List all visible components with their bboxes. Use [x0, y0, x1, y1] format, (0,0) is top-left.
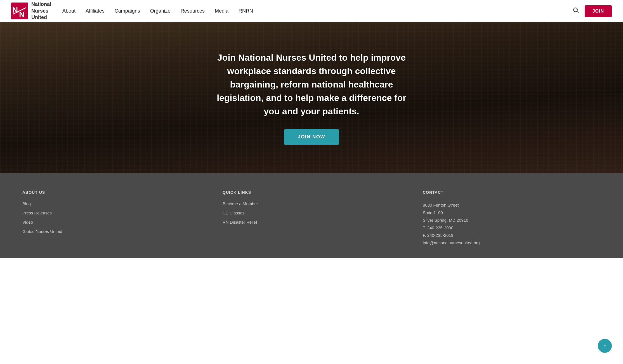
footer-link-blog[interactable]: Blog [22, 201, 200, 206]
nnu-logo-icon: N N [11, 3, 28, 19]
contact-address2: Suite 1100 [423, 210, 443, 215]
nav-affiliates[interactable]: Affiliates [86, 8, 105, 14]
join-now-button[interactable]: JOIN NOW [284, 129, 339, 145]
footer-quicklinks-col: QUICK LINKS Become a Member CE Classes R… [223, 190, 400, 247]
nav-about[interactable]: About [62, 8, 75, 14]
hero-title: Join National Nurses United to help impr… [216, 51, 407, 118]
svg-line-5 [577, 11, 579, 13]
footer-link-press-releases[interactable]: Press Releases [22, 211, 200, 215]
contact-fax: F. 240-235-2019 [423, 233, 453, 238]
nav-resources[interactable]: Resources [181, 8, 205, 14]
site-logo[interactable]: N N National Nurses United [11, 1, 51, 21]
footer-link-ce-classes[interactable]: CE Classes [223, 211, 400, 215]
nav-media[interactable]: Media [215, 8, 228, 14]
contact-email[interactable]: info@nationalnursesunited.org [423, 240, 480, 245]
site-header: N N National Nurses United About Affilia… [0, 0, 623, 22]
svg-text:N: N [19, 10, 25, 19]
contact-phone: T. 240-235-2000 [423, 225, 453, 230]
search-icon [573, 7, 579, 13]
site-footer: ABOUT US Blog Press Releases Video Globa… [0, 173, 623, 258]
nav-organize[interactable]: Organize [150, 8, 171, 14]
nav-campaigns[interactable]: Campaigns [115, 8, 140, 14]
footer-contact-heading: CONTACT [423, 190, 601, 195]
contact-address3: Silver Spring, MD 20910 [423, 218, 468, 223]
footer-about-col: ABOUT US Blog Press Releases Video Globa… [22, 190, 200, 247]
footer-link-video[interactable]: Video [22, 220, 200, 224]
footer-quicklinks-heading: QUICK LINKS [223, 190, 400, 195]
main-nav: About Affiliates Campaigns Organize Reso… [62, 8, 573, 14]
footer-link-become-member[interactable]: Become a Member [223, 201, 400, 206]
footer-link-global-nurses[interactable]: Global Nurses United [22, 229, 200, 234]
logo-text: National Nurses United [31, 1, 51, 21]
join-button[interactable]: JOIN [585, 5, 612, 17]
footer-link-rn-disaster[interactable]: RN Disaster Relief [223, 220, 400, 224]
search-button[interactable] [573, 7, 579, 15]
nav-rnrn[interactable]: RNRN [239, 8, 253, 14]
footer-about-heading: ABOUT US [22, 190, 200, 195]
hero-section: Join National Nurses United to help impr… [0, 22, 623, 173]
hero-content: Join National Nurses United to help impr… [205, 51, 418, 145]
header-actions: JOIN [573, 5, 612, 17]
footer-contact-col: CONTACT 8630 Fenton Street Suite 1100 Si… [423, 190, 601, 247]
footer-contact-details: 8630 Fenton Street Suite 1100 Silver Spr… [423, 201, 601, 247]
contact-address1: 8630 Fenton Street [423, 203, 459, 207]
